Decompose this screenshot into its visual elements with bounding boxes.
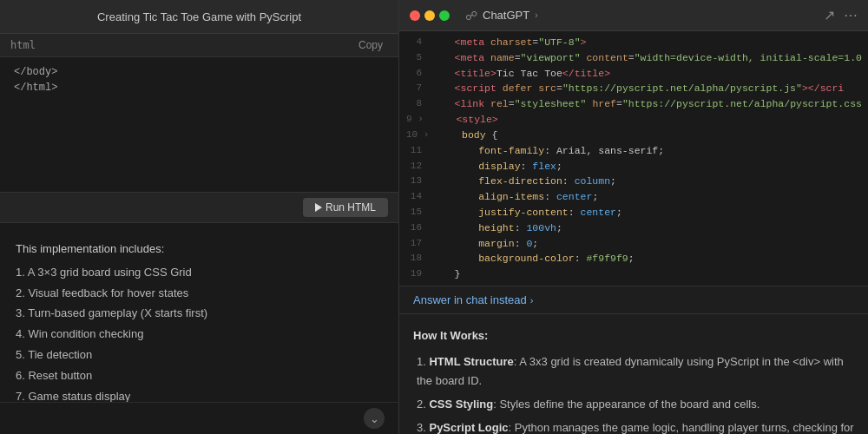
code-line-1: </body> [14,64,385,80]
bold-label: CSS Styling [429,398,493,411]
code-line: 18 background-color: #f9f9f9; [399,251,868,266]
right-panel: ☍ ChatGPT › ↗ ⋯ 4 <meta charset="UTF-8">… [399,0,868,434]
right-titlebar: ☍ ChatGPT › ↗ ⋯ [399,0,868,31]
code-line: 6 <title>Tic Tac Toe</title> [399,66,868,82]
left-content: This implementation includes: A 3×3 grid… [0,223,398,402]
bold-label: HTML Structure [429,355,513,368]
list-item: Turn-based gameplay (X starts first) [16,305,383,323]
code-line: 4 <meta charset="UTF-8"> [399,35,868,50]
code-line: 13 flex-direction: column; [399,174,868,189]
code-line: 12 display: flex; [399,159,868,174]
left-header: Creating Tic Tac Toe Game with PyScript [0,0,398,34]
code-line: 17 margin: 0; [399,236,868,252]
run-html-button[interactable]: Run HTML [303,198,388,217]
share-icon[interactable]: ↗ [824,7,835,23]
left-header-title: Creating Tic Tac Toe Game with PyScript [97,10,301,23]
right-actions: ↗ ⋯ [824,7,858,23]
code-toolbar: html Copy [0,34,398,57]
run-button-label: Run HTML [326,201,376,214]
list-item: Win condition checking [16,326,383,344]
list-item: Reset button [16,367,383,385]
implementation-list: A 3×3 grid board using CSS Grid Visual f… [16,264,383,402]
fullscreen-button[interactable] [439,10,450,21]
chat-content: How It Works: HTML Structure: A 3x3 grid… [399,314,868,434]
code-line: 14 align-items: center; [399,189,868,205]
minimize-button[interactable] [424,10,435,21]
how-it-works-item: CSS Styling: Styles define the appearanc… [413,395,854,414]
code-line: 15 justify-content: center; [399,205,868,220]
how-it-works-list: HTML Structure: A 3x3 grid is created dy… [413,352,854,434]
tab-chevron-icon: › [535,10,537,20]
code-lines: 4 <meta charset="UTF-8"> 5 <meta name="v… [399,31,868,286]
play-icon [315,203,322,212]
code-line: 8 <link rel="stylesheet" href="https://p… [399,96,868,112]
tab-label: ChatGPT [483,9,529,22]
code-line: 9 › <style> [399,112,868,128]
list-item: Visual feedback for hover states [16,285,383,303]
code-line: 5 <meta name="viewport" content="width=d… [399,50,868,66]
run-bar: Run HTML [0,192,398,223]
copy-button[interactable]: Copy [353,37,388,53]
list-item: Tie detection [16,346,383,365]
intro-text: This implementation includes: [16,240,383,259]
code-area: html Copy </body> </html> [0,34,398,192]
code-line: 10 › body { [399,128,868,143]
code-line: 11 font-family: Arial, sans-serif; [399,143,868,159]
code-window: 4 <meta charset="UTF-8"> 5 <meta name="v… [399,31,868,286]
list-item: Game status display [16,388,383,402]
how-it-works-item: PyScript Logic: Python manages the game … [413,418,854,434]
code-line: 16 height: 100vh; [399,220,868,236]
answer-chevron-icon: › [530,295,534,306]
code-snippet: </body> </html> [0,57,398,102]
close-button[interactable] [410,10,420,21]
traffic-lights [410,10,450,21]
answer-bar: Answer in chat instead › [399,286,868,314]
code-line: 7 <script defer src="https://pyscript.ne… [399,81,868,96]
left-panel: Creating Tic Tac Toe Game with PyScript … [0,0,399,434]
list-item: A 3×3 grid board using CSS Grid [16,264,383,282]
code-line: 19 } [399,266,868,282]
answer-in-chat-link[interactable]: Answer in chat instead [413,293,527,306]
bold-label: PyScript Logic [429,421,508,434]
chat-icon: ☍ [465,9,477,23]
code-line-2: </html> [14,80,385,95]
scroll-down-button[interactable]: ⌄ [364,408,385,429]
how-it-works-item: HTML Structure: A 3x3 grid is created dy… [413,352,854,391]
how-it-works-title: How It Works: [413,326,854,345]
chevron-bar: ⌄ [0,402,398,434]
more-icon[interactable]: ⋯ [844,7,858,23]
code-lang-label: html [10,39,36,51]
tab-area: ☍ ChatGPT › [457,9,817,23]
